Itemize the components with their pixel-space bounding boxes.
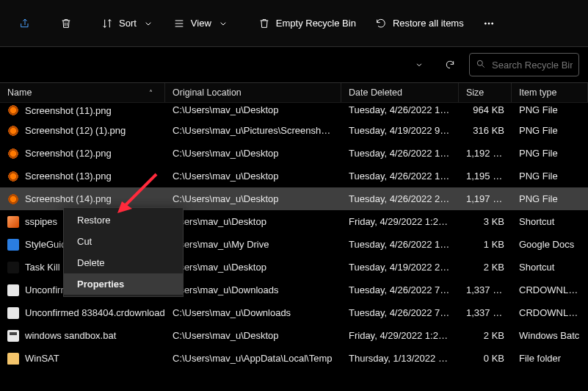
restore-all-button[interactable]: Restore all items (368, 13, 471, 34)
file-size: 2 KB (459, 262, 512, 273)
file-date: Tuesday, 4/26/2022 7:46 PM (341, 307, 459, 318)
header-item-type[interactable]: Item type (512, 83, 588, 102)
file-location: C:\Users\mav_u\Desktop (165, 148, 341, 159)
table-row[interactable]: Screenshot (11).pngC:\Users\mav_u\Deskto… (0, 103, 588, 119)
trash-icon (60, 18, 72, 29)
file-name: sspipes (25, 216, 57, 227)
header-date-deleted[interactable]: Date Deleted (341, 83, 459, 102)
empty-recycle-bin-button[interactable]: Empty Recycle Bin (251, 13, 363, 34)
file-size: 964 KB (459, 104, 512, 115)
sort-button[interactable]: Sort (94, 13, 161, 34)
file-name: Screenshot (13).png (25, 171, 112, 182)
file-size: 1,337 KB (459, 307, 512, 318)
file-name: Unconfirmed 838404.crdownload (25, 307, 165, 318)
file-size: 316 KB (459, 125, 512, 136)
file-date: Tuesday, 4/19/2022 2:48 PM (341, 262, 459, 273)
file-date: Friday, 4/29/2022 1:27 PM (341, 330, 459, 341)
more-button[interactable] (476, 13, 502, 34)
file-type: Shortcut (512, 216, 588, 227)
file-name: windows sandbox.bat (25, 330, 116, 341)
context-properties[interactable]: Properties (64, 273, 183, 295)
context-delete[interactable]: Delete (64, 252, 183, 273)
file-location: C:\Users\mav_u\Desktop (165, 104, 341, 115)
table-row[interactable]: Screenshot (13).pngC:\Users\mav_u\Deskto… (0, 165, 588, 187)
search-box[interactable] (469, 53, 579, 76)
header-name[interactable]: Name ˄ (0, 83, 165, 102)
table-row[interactable]: Unconfirmed 838404.crdownloadC:\Users\ma… (0, 301, 588, 324)
file-date: Tuesday, 4/19/2022 9:30 A... (341, 125, 459, 136)
file-date: Tuesday, 4/26/2022 1:50 PM (341, 104, 459, 115)
empty-label: Empty Recycle Bin (276, 18, 356, 29)
table-row[interactable]: WinSATC:\Users\mav_u\AppData\Local\TempT… (0, 347, 588, 370)
share-icon (19, 18, 31, 29)
file-date: Tuesday, 4/26/2022 1:51 PM (341, 148, 459, 159)
file-icon (7, 353, 19, 365)
file-size: 1,195 KB (459, 171, 512, 182)
file-icon (7, 148, 19, 159)
refresh-button[interactable] (438, 53, 462, 76)
search-input[interactable] (492, 60, 573, 71)
file-name: Screenshot (14).png (25, 193, 112, 204)
view-label: View (191, 18, 211, 29)
file-name: Task Kill (25, 262, 60, 273)
view-icon (173, 18, 185, 29)
breadcrumb-dropdown[interactable] (407, 53, 431, 76)
file-location: Users\mav_u\My Drive (165, 239, 341, 250)
file-icon (7, 284, 19, 296)
svg-point-0 (484, 23, 486, 24)
toolbar: Sort View Empty Recycle Bin Restore all … (0, 0, 588, 47)
file-icon (7, 262, 19, 273)
file-icon (7, 216, 19, 228)
file-date: Tuesday, 4/26/2022 7:46 PM (341, 284, 459, 295)
table-row[interactable]: Screenshot (12) (1).pngC:\Users\mav_u\Pi… (0, 119, 588, 142)
file-icon (7, 307, 19, 319)
file-icon (7, 193, 19, 205)
file-name: Screenshot (12) (1).png (25, 125, 126, 136)
address-bar-row (0, 47, 588, 82)
file-date: Friday, 4/29/2022 1:26 PM (341, 216, 459, 227)
file-location: C:\Users\mav_u\Pictures\Screenshots\C... (165, 125, 341, 136)
file-type: CRDOWNLOA (512, 307, 588, 318)
file-name: Screenshot (12).png (25, 148, 112, 159)
file-type: PNG File (512, 148, 588, 159)
restore-icon (375, 18, 387, 29)
file-icon (7, 104, 19, 116)
file-type: CRDOWNLOA (512, 284, 588, 295)
share-button[interactable] (12, 13, 38, 34)
table-row[interactable]: windows sandbox.batC:\Users\mav_u\Deskto… (0, 324, 588, 347)
file-icon (7, 125, 19, 137)
file-icon (7, 239, 19, 251)
file-size: 1,197 KB (459, 193, 512, 204)
svg-point-1 (488, 23, 490, 24)
file-type: PNG File (512, 125, 588, 136)
file-type: Windows Batc (512, 330, 588, 341)
header-original-location[interactable]: Original Location (165, 83, 341, 102)
header-size[interactable]: Size (459, 83, 512, 102)
file-date: Tuesday, 4/26/2022 1:54 PM (341, 171, 459, 182)
sort-icon (101, 18, 113, 29)
sort-indicator-icon: ˄ (149, 89, 153, 97)
file-location: C:\Users\mav_u\AppData\Local\Temp (165, 353, 341, 364)
file-size: 1,337 KB (459, 284, 512, 295)
context-cut[interactable]: Cut (64, 231, 183, 252)
table-row[interactable]: Screenshot (12).pngC:\Users\mav_u\Deskto… (0, 142, 588, 165)
view-button[interactable]: View (166, 13, 236, 34)
file-size: 1,192 KB (459, 148, 512, 159)
file-icon (7, 171, 19, 182)
file-type: Google Docs (512, 239, 588, 250)
file-icon (7, 330, 19, 342)
column-headers: Name ˄ Original Location Date Deleted Si… (0, 82, 588, 103)
file-location: C:\Users\mav_u\Desktop (165, 193, 341, 204)
search-icon (476, 59, 486, 71)
context-restore[interactable]: Restore (64, 209, 183, 231)
file-size: 2 KB (459, 330, 512, 341)
file-type: Shortcut (512, 262, 588, 273)
file-size: 0 KB (459, 353, 512, 364)
file-date: Thursday, 1/13/2022 12:28... (341, 353, 459, 364)
file-location: Users\mav_u\Desktop (165, 216, 341, 227)
chevron-down-icon (142, 18, 154, 29)
restore-all-label: Restore all items (393, 18, 464, 29)
delete-toolbar-button[interactable] (53, 13, 79, 34)
file-type: PNG File (512, 171, 588, 182)
ellipsis-icon (483, 18, 495, 29)
